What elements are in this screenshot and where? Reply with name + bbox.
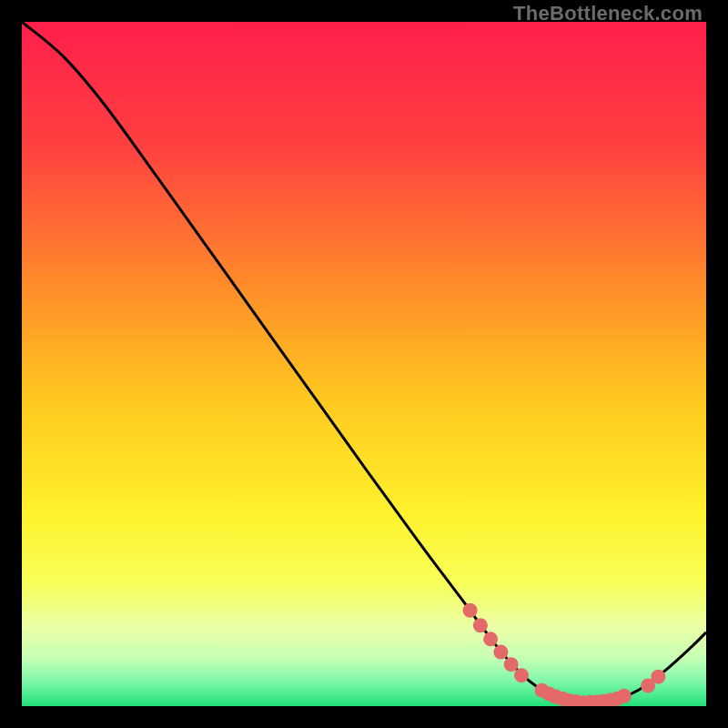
data-marker [483, 632, 498, 646]
data-marker [617, 689, 632, 703]
chart-frame [22, 22, 706, 706]
data-marker [651, 670, 665, 684]
data-marker [493, 645, 508, 660]
gradient-background [22, 22, 706, 706]
watermark-text: TheBottleneck.com [513, 2, 703, 25]
bottleneck-chart [22, 22, 706, 706]
data-marker [473, 618, 488, 632]
data-marker [514, 668, 529, 682]
data-marker [463, 603, 478, 618]
data-marker [504, 657, 519, 672]
